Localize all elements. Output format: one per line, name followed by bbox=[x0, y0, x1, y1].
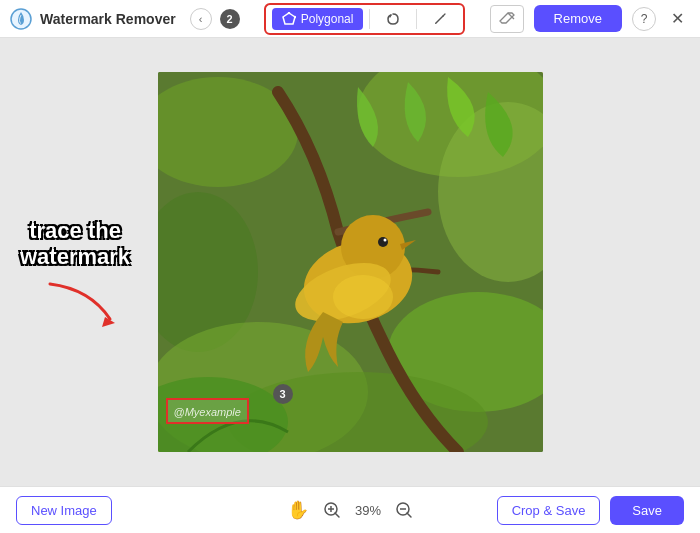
nav-arrows: ‹ bbox=[190, 8, 212, 30]
brush-icon bbox=[433, 12, 447, 26]
svg-point-21 bbox=[333, 275, 393, 319]
close-button[interactable]: ✕ bbox=[666, 7, 690, 31]
tool-separator-1 bbox=[369, 9, 370, 29]
hand-tool-icon[interactable]: ✋ bbox=[287, 499, 309, 521]
zoom-in-button[interactable] bbox=[323, 501, 341, 519]
svg-marker-1 bbox=[283, 13, 295, 24]
titlebar-right: Remove ? ✕ bbox=[490, 5, 690, 33]
bottom-center: ✋ 39% bbox=[287, 499, 413, 521]
step-3-badge: 3 bbox=[273, 384, 293, 404]
nav-back-button[interactable]: ‹ bbox=[190, 8, 212, 30]
annotation-arrow-icon bbox=[40, 279, 120, 329]
zoom-level: 39% bbox=[355, 503, 381, 518]
save-button[interactable]: Save bbox=[610, 496, 684, 525]
svg-line-24 bbox=[335, 513, 339, 517]
lasso-tool-button[interactable] bbox=[376, 8, 410, 30]
remove-button[interactable]: Remove bbox=[534, 5, 622, 32]
svg-marker-7 bbox=[102, 317, 115, 327]
app-title: Watermark Remover bbox=[40, 11, 176, 27]
tool-separator-2 bbox=[416, 9, 417, 29]
lasso-icon bbox=[386, 12, 400, 26]
app-logo-icon bbox=[10, 8, 32, 30]
polygonal-icon bbox=[282, 12, 296, 26]
image-container: @Myexample 3 bbox=[158, 72, 543, 452]
zoom-in-icon bbox=[323, 501, 341, 519]
watermark-selection-box[interactable]: @Myexample bbox=[166, 398, 249, 424]
bird-scene-svg bbox=[158, 72, 543, 452]
svg-line-4 bbox=[436, 16, 443, 23]
crop-save-button[interactable]: Crop & Save bbox=[497, 496, 601, 525]
help-button[interactable]: ? bbox=[632, 7, 656, 31]
eraser-icon bbox=[498, 10, 516, 28]
bottom-left: New Image bbox=[16, 496, 112, 525]
watermark-text: @Myexample bbox=[174, 406, 241, 418]
annotation-overlay: trace the watermark bbox=[20, 218, 130, 329]
svg-point-18 bbox=[378, 237, 388, 247]
annotation-line1: trace the bbox=[20, 218, 130, 244]
canvas-area: trace the watermark bbox=[0, 38, 700, 486]
titlebar-left: Watermark Remover ‹ 2 bbox=[10, 8, 240, 30]
bird-image[interactable]: @Myexample 3 bbox=[158, 72, 543, 452]
polygonal-tool-button[interactable]: Polygonal bbox=[272, 8, 364, 30]
zoom-out-button[interactable] bbox=[395, 501, 413, 519]
svg-line-28 bbox=[407, 513, 411, 517]
zoom-out-icon bbox=[395, 501, 413, 519]
toolbar-tools: Polygonal bbox=[264, 3, 466, 35]
svg-line-5 bbox=[443, 14, 445, 16]
bottom-right: Crop & Save Save bbox=[497, 496, 684, 525]
new-image-button[interactable]: New Image bbox=[16, 496, 112, 525]
annotation-line2: watermark bbox=[20, 244, 130, 270]
brush-tool-button[interactable] bbox=[423, 8, 457, 30]
erase-button[interactable] bbox=[490, 5, 524, 33]
svg-point-19 bbox=[383, 239, 386, 242]
bottom-bar: New Image ✋ 39% Crop & Save Save bbox=[0, 486, 700, 533]
titlebar: Watermark Remover ‹ 2 Polygonal bbox=[0, 0, 700, 38]
step-2-badge: 2 bbox=[220, 9, 240, 29]
